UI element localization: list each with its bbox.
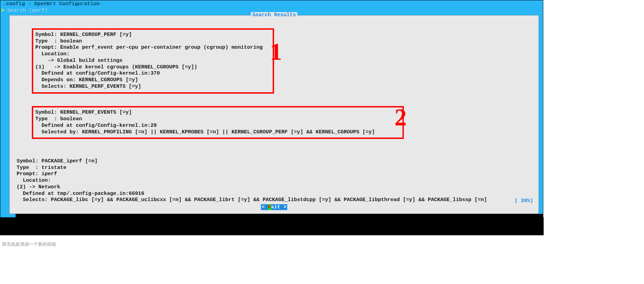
result-line: Depends on: KERNEL_CGROUPS [=y] [35, 77, 138, 83]
terminal-bottom-area [0, 217, 544, 235]
result-symbol-kernel-cgroup-perf[interactable]: Symbol: KERNEL_CGROUP_PERF [=y] Type : b… [32, 28, 274, 94]
result-line: -> Global build settings [35, 58, 123, 64]
result-line: Location: [35, 51, 70, 57]
result-symbol-package-iperf[interactable]: Symbol: PACKAGE_iperf [=n] Type : trista… [13, 158, 535, 203]
result-line: Prompt: iperf [17, 171, 57, 177]
window-title: .config - OpenWrt Configuration [0, 0, 543, 8]
result-line: Defined at config/Config-kernel.in:370 [35, 70, 160, 76]
result-line: Symbol: KERNEL_CGROUP_PERF [=y] [35, 32, 132, 38]
exit-suffix: xit > [271, 204, 287, 210]
result-symbol-kernel-perf-events[interactable]: Symbol: KERNEL_PERF_EVENTS [=y] Type : b… [32, 106, 404, 139]
exit-button[interactable]: < Exit > [261, 204, 287, 210]
dialog-footer: < Exit > [10, 204, 538, 210]
result-line: Defined at config/Config-kernel.in:29 [35, 123, 157, 129]
exit-prefix: < [262, 204, 268, 210]
result-line: Defined at tmp/.config-package.in:66916 [17, 191, 144, 197]
dialog-title: Search Results [251, 12, 297, 18]
result-line: Type : boolean [35, 38, 82, 44]
result-line: Selects: PACKAGE_libc [=y] && PACKAGE_uc… [17, 197, 487, 203]
result-line: Location: [17, 178, 51, 183]
results-content[interactable]: Symbol: KERNEL_CGROUP_PERF [=y] Type : b… [10, 16, 538, 226]
breadcrumb-text: Search (perf) [4, 8, 48, 13]
result-line: Prompt: Enable perf_event per-cpu per-co… [35, 45, 263, 50]
result-line: Selects: KERNEL_PERF_EVENTS [=y] [35, 84, 141, 89]
editor-hint-text[interactable]: 双击此处添加一个新的按钮 [2, 241, 56, 247]
result-line: Symbol: KERNEL_PERF_EVENTS [=y] [35, 110, 132, 115]
breadcrumb-arrow-icon: > [1, 8, 4, 13]
result-line: Type : boolean [35, 116, 82, 122]
result-line: Symbol: PACKAGE_iperf [=n] [17, 158, 98, 164]
result-line: (2) -> Network [17, 184, 60, 190]
result-line: Type : tristate [17, 165, 66, 171]
terminal-window: .config - OpenWrt Configuration > Search… [0, 0, 543, 235]
result-line: (1) -> Enable kernel cgroups (KERNEL_CGR… [35, 64, 197, 70]
exit-hotkey: E [268, 204, 271, 210]
result-line: Selected by: KERNEL_PROFILING [=n] || KE… [35, 129, 375, 135]
search-results-dialog: Search Results Symbol: KERNEL_CGROUP_PER… [9, 15, 539, 214]
scroll-percentage: ( 39%) [515, 198, 533, 204]
